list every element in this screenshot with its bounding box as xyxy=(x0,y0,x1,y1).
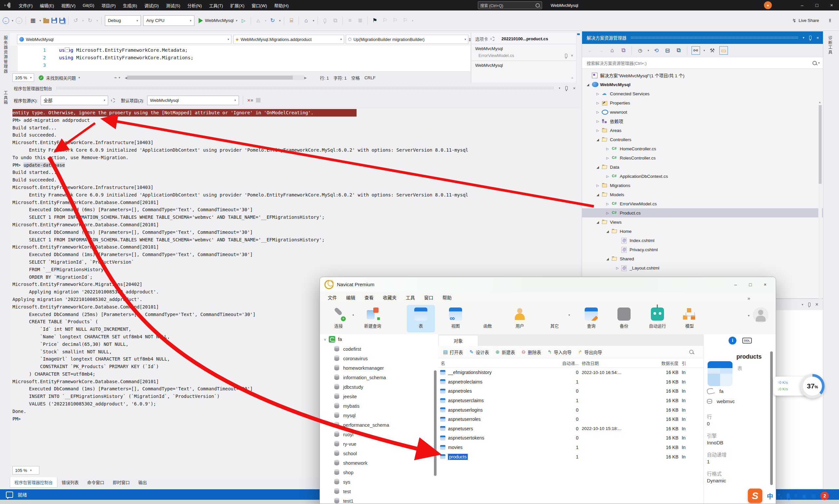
navicat-menu-item[interactable]: 编辑 xyxy=(342,294,360,301)
tree-item[interactable]: ▷ Areas xyxy=(582,126,823,135)
active-document-tab[interactable]: 202210100...product.cs xyxy=(502,36,548,41)
tree-item[interactable]: ◢ Views xyxy=(582,217,823,227)
table-toolbar-button[interactable]: ▤ 打开表 xyxy=(441,349,465,355)
start-without-debugging-icon[interactable]: ▷ xyxy=(240,17,247,24)
table-row[interactable]: aspnetroles 0 16 KB In xyxy=(438,386,703,396)
tree-item[interactable]: 解决方案"WebMvcMysql"(1 个项目/共 1 个) xyxy=(582,71,823,80)
expander-icon[interactable]: ▷ xyxy=(616,266,622,270)
expander-icon[interactable]: ◢ xyxy=(596,165,602,169)
diagnostic-tools-tab[interactable]: 诊断工具 xyxy=(827,36,833,55)
table-toolbar-button[interactable]: ⊕ 新建表 xyxy=(493,349,517,355)
pin-tab-icon[interactable] xyxy=(321,17,329,24)
tree-item[interactable]: ◢ Controllers xyxy=(582,135,823,144)
table-row[interactable]: movies 1 16 KB In xyxy=(438,443,703,452)
tree-item[interactable]: ◢ Data xyxy=(582,162,823,172)
navigate-forward-icon[interactable]: → xyxy=(16,17,22,24)
window-position-icon[interactable]: ▾ xyxy=(803,36,805,39)
tree-item[interactable]: ▷ Connected Services xyxy=(582,89,823,98)
save-icon[interactable] xyxy=(51,18,57,23)
menu-item[interactable]: 项目(P) xyxy=(98,0,119,11)
table-row[interactable]: aspnetusers 0 2022-10-10 15:18:... 16 KB… xyxy=(438,424,703,434)
package-source-select[interactable]: 全部▾ xyxy=(41,96,108,105)
navicat-tool-button[interactable]: 视图 ▾ xyxy=(441,305,470,332)
database-item[interactable]: jeesite xyxy=(320,392,438,401)
table-row[interactable]: aspnetuserclaims 1 16 KB In xyxy=(438,396,703,406)
tab-scroll-icons[interactable]: ▲ xyxy=(571,76,574,79)
tree-item[interactable]: ▷ ErrorViewModel.cs xyxy=(582,199,823,208)
tree-item[interactable]: ▷ 依赖项 xyxy=(582,116,823,126)
expander-icon[interactable]: ▷ xyxy=(606,147,612,151)
expander-icon[interactable]: ◢ xyxy=(606,257,612,261)
expander-icon[interactable]: ▷ xyxy=(596,92,602,96)
toolbar-overflow-icon[interactable]: » xyxy=(748,295,750,301)
table-toolbar-button[interactable]: ⊖ 删除表 xyxy=(520,349,543,355)
tree-item[interactable]: ▷ Product.cs xyxy=(582,208,823,217)
expander-icon[interactable]: ◢ xyxy=(606,230,612,233)
undo-icon[interactable]: ↺ xyxy=(72,17,80,24)
member-dropdown[interactable]: ⬡Up(MigrationBuilder migrationBuilder)▾ xyxy=(346,35,468,44)
expander-icon[interactable]: ▷ xyxy=(596,110,602,114)
menu-item[interactable]: Git(G) xyxy=(79,0,98,11)
menu-item[interactable]: 测试(S) xyxy=(162,0,183,11)
navicat-tool-button[interactable]: 其它 ▾ xyxy=(540,305,569,332)
navigate-back-icon[interactable]: ← xyxy=(3,17,9,24)
splitter-icon[interactable]: ⇕ xyxy=(468,37,472,42)
stop-icon[interactable] xyxy=(256,98,261,103)
database-item[interactable]: performance_schema xyxy=(320,420,438,430)
menu-item[interactable]: 生成(B) xyxy=(119,0,141,11)
bookmark-icon[interactable]: ⚑ xyxy=(371,17,379,24)
table-toolbar-button[interactable]: ✎ 设计表 xyxy=(468,349,491,355)
panel-tab[interactable]: 程序包管理器控制台 xyxy=(10,477,57,488)
expander-icon[interactable]: ▷ xyxy=(606,156,612,160)
database-item[interactable]: codefirst xyxy=(320,344,438,354)
navicat-tool-button[interactable]: 查询 ▾ xyxy=(577,305,605,332)
tree-vertical-scrollbar[interactable]: ▲ xyxy=(818,105,822,302)
table-row[interactable]: aspnetroleclaims 1 16 KB In xyxy=(438,377,703,387)
package-source-settings-icon[interactable] xyxy=(111,98,115,103)
next-bookmark-icon[interactable]: ⚐ xyxy=(391,17,399,24)
horizontal-scrollbar[interactable]: ◀ ▶ xyxy=(125,75,307,80)
collapse-all-icon[interactable]: ⊟ xyxy=(664,47,671,54)
tree-item[interactable]: ▷ HomeController.cs xyxy=(582,144,823,153)
properties-icon[interactable]: ⚒ xyxy=(708,47,716,54)
menu-item[interactable]: 工具(T) xyxy=(206,0,227,11)
close-button[interactable]: × xyxy=(824,0,839,11)
tree-item[interactable]: ▷ RolesController.cs xyxy=(582,153,823,162)
code-editor[interactable]: 1using Microsoft.EntityFrameworkCore.Met… xyxy=(10,46,470,71)
indent-mode[interactable]: 空格 xyxy=(351,75,360,81)
connection-item[interactable]: ∨ fa xyxy=(320,335,438,344)
ime-mode-chinese[interactable]: 中 xyxy=(767,491,773,500)
back-icon[interactable]: ← xyxy=(586,47,594,54)
code-line[interactable]: 1using Microsoft.EntityFrameworkCore.Met… xyxy=(10,47,193,54)
toolbar-overflow-arrow[interactable]: ▾ xyxy=(748,314,750,317)
close-panel-icon[interactable]: × xyxy=(573,86,576,91)
solution-explorer-title-bar[interactable]: 解决方案资源管理器 ▾ × xyxy=(582,32,823,44)
navicat-menu-item[interactable]: 窗口 xyxy=(419,294,438,301)
save-all-icon[interactable] xyxy=(59,18,65,23)
objects-tab[interactable]: 对象 xyxy=(438,335,478,346)
hot-reload-icon[interactable]: 🜂 xyxy=(254,17,262,24)
table-toolbar-button[interactable]: ↱ 导出向导 xyxy=(576,349,604,355)
tree-item[interactable]: ▷ Properties xyxy=(582,98,823,107)
info-panel-scrollbar[interactable] xyxy=(770,352,773,485)
expander-icon[interactable]: ▷ xyxy=(606,202,612,206)
clear-console-icon[interactable]: ✕≡ xyxy=(247,98,254,103)
expander-icon[interactable]: ▷ xyxy=(596,101,602,105)
navicat-tool-button[interactable]: 新建查询 ▾ xyxy=(359,305,387,332)
expander-icon[interactable]: ∨ xyxy=(324,338,326,341)
window-position-icon[interactable]: ▾ xyxy=(802,303,803,306)
ime-punctuation[interactable]: °, xyxy=(778,492,782,500)
keyboard-icon[interactable]: ⌗ xyxy=(794,493,798,499)
expander-icon[interactable]: ◢ xyxy=(596,220,602,224)
database-item[interactable]: ry-vue xyxy=(320,439,438,449)
editor-zoom-select[interactable]: 105 %▾ xyxy=(13,73,34,82)
indent-increase-icon[interactable]: ≣ xyxy=(356,17,364,24)
code-line[interactable]: 3 xyxy=(10,61,193,69)
expander-icon[interactable]: ◢ xyxy=(596,193,602,197)
feedback-person-icon[interactable]: 🯅 xyxy=(826,17,834,24)
clear-bookmarks-icon[interactable]: ⚐ xyxy=(401,17,409,24)
menu-item[interactable]: 扩展(X) xyxy=(226,0,248,11)
pending-changes-filter-icon[interactable]: ◷ xyxy=(636,47,644,54)
database-item[interactable]: sys xyxy=(320,477,438,487)
table-row[interactable]: aspnetuserlogins 0 16 KB In xyxy=(438,405,703,415)
